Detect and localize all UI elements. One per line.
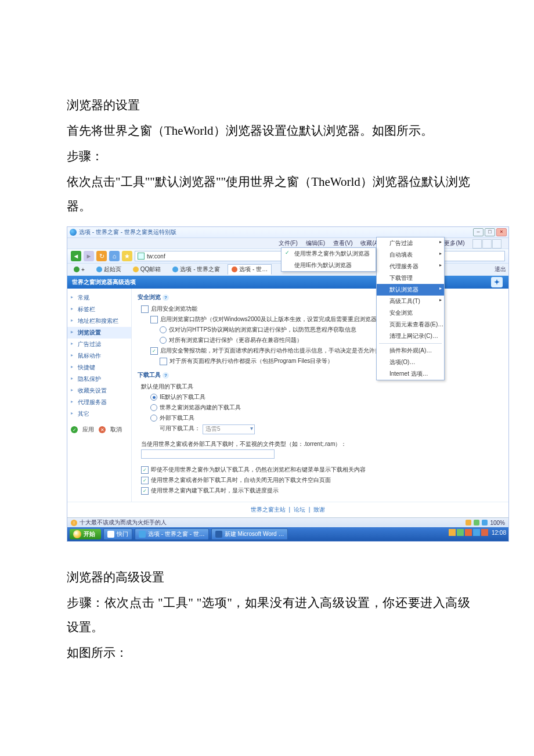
apply-button[interactable]: 应用 <box>82 426 94 434</box>
mini-btn-3[interactable] <box>492 239 501 249</box>
radio-all-windows[interactable] <box>160 337 167 344</box>
menu-item-safe-browse[interactable]: 安全浏览 <box>377 307 444 319</box>
tray-icon[interactable] <box>457 529 464 536</box>
checkbox-dl-c2[interactable] <box>141 477 149 484</box>
url-text: tw:conf <box>147 253 165 260</box>
radio-https-only[interactable] <box>160 326 167 333</box>
menu-item-download-mgr[interactable]: 下载管理 <box>377 272 444 284</box>
home-icon[interactable]: ⌂ <box>109 251 120 261</box>
start-button[interactable]: 开始 <box>70 529 101 539</box>
task-theworld[interactable]: 选项 - 世界之窗 - 世… <box>135 528 209 540</box>
tray-icon[interactable] <box>473 529 480 536</box>
sidebar-item-tabs[interactable]: 标签栏 <box>67 304 131 315</box>
tab-new[interactable]: + <box>70 265 89 274</box>
submenu-use-theworld[interactable]: 使用世界之窗作为默认浏览器 <box>282 248 376 260</box>
radio-external-dl[interactable] <box>150 415 157 422</box>
window-title: 选项 - 世界之窗 - 世界之窗奥运特别版 <box>79 228 176 236</box>
label-https-only: 仅对访问HTTPS协议网站的浏览窗口进行保护，以防范恶意程序窃取信息 <box>169 326 356 334</box>
submenu-use-ie[interactable]: 使用IE作为默认浏览器 <box>282 260 376 271</box>
select-dl-tool[interactable]: 迅雷5 <box>203 424 255 434</box>
tray-icon[interactable] <box>465 529 472 536</box>
tab-start[interactable]: 起始页 <box>92 264 125 275</box>
label-dl-c1: 即使不使用世界之窗作为默认下载工具，仍然在浏览栏和右键菜单显示下载相关内容 <box>151 466 366 474</box>
maximize-button[interactable]: □ <box>485 228 495 236</box>
menu-item-plugins[interactable]: 插件和外观(A)… <box>377 345 444 357</box>
sidebar-item-mouse[interactable]: 鼠标动作 <box>67 350 131 362</box>
checkbox-window-protect[interactable] <box>150 316 158 323</box>
menu-item-default-browser[interactable]: 默认浏览器 <box>377 284 444 296</box>
mini-btn-2[interactable] <box>482 239 492 249</box>
menu-view[interactable]: 查看(V) <box>331 239 355 248</box>
radio-ie-dl[interactable] <box>150 394 157 401</box>
exit-link[interactable]: 退出 <box>495 265 506 273</box>
menu-item-clear-history[interactable]: 清理上网记录(C)… <box>377 330 444 342</box>
close-button[interactable]: × <box>496 228 507 236</box>
label-skip-types: 当使用世界之窗或者外部工具下载时，不监视的文件类型（如：.torrent;.ra… <box>138 435 503 449</box>
menu-more[interactable]: 更多(M) <box>442 239 467 248</box>
sidebar-item-browsing[interactable]: 浏览设置 <box>67 327 131 339</box>
checkbox-dl-c1[interactable] <box>141 466 149 474</box>
menu-item-autofill[interactable]: 自动填表 <box>377 249 444 261</box>
tray-icon[interactable] <box>449 529 456 536</box>
tab-new-label: + <box>81 267 85 273</box>
tab-qqmail[interactable]: QQ邮箱 <box>129 264 165 275</box>
page-icon <box>96 267 102 272</box>
help-icon[interactable]: ? <box>163 294 169 301</box>
tray-icon[interactable] <box>481 529 488 536</box>
sidebar-item-proxy[interactable]: 代理服务器 <box>67 397 131 408</box>
tab-options-2[interactable]: 选项 - 世… <box>228 264 272 275</box>
app-icon <box>215 531 222 538</box>
minimize-button[interactable]: – <box>473 228 484 236</box>
link-home[interactable]: 世界之窗主站 <box>251 506 286 513</box>
back-icon[interactable]: ◄ <box>71 251 81 261</box>
label-avail-dl: 可用下载工具： <box>160 424 200 433</box>
mail-icon <box>133 267 139 272</box>
checkbox-alert[interactable] <box>150 347 158 355</box>
menu-file[interactable]: 文件(F) <box>276 239 300 248</box>
checkbox-alert-all[interactable] <box>160 358 167 365</box>
sidebar-item-hotkeys[interactable]: 快捷键 <box>67 362 131 373</box>
checkbox-enable-safe[interactable] <box>141 305 149 313</box>
task-word[interactable]: 新建 Microsoft Word … <box>211 528 288 540</box>
cancel-button[interactable]: 取消 <box>110 426 122 434</box>
right-toolbar <box>472 238 507 250</box>
input-skip-types[interactable] <box>141 449 275 459</box>
help-icon[interactable]: ? <box>163 372 169 379</box>
sidebar-item-adblock[interactable]: 广告过滤 <box>67 339 131 350</box>
menu-item-options[interactable]: 选项(O)… <box>377 357 444 368</box>
checkbox-dl-c3[interactable] <box>141 487 149 495</box>
forward-icon[interactable]: ► <box>84 251 94 261</box>
menu-item-inspector[interactable]: 页面元素查看器(E)… <box>377 319 444 330</box>
radio-builtin-dl[interactable] <box>150 404 157 411</box>
menu-item-adblock[interactable]: 广告过滤 <box>377 237 444 249</box>
cancel-icon: ✕ <box>99 426 106 433</box>
link-forum[interactable]: 论坛 <box>294 506 305 513</box>
start-label: 开始 <box>84 530 95 538</box>
tab-options-1[interactable]: 选项 - 世界之窗 <box>168 264 224 275</box>
refresh-icon[interactable]: ↻ <box>96 251 107 261</box>
zoom-label[interactable]: 100% <box>490 520 505 526</box>
sidebar-item-other[interactable]: 其它 <box>67 408 131 420</box>
task-quick[interactable]: 快门 <box>103 528 132 540</box>
menu-separator <box>379 343 442 344</box>
sidebar-item-favorites[interactable]: 收藏夹设置 <box>67 385 131 397</box>
screenshot-1: 选项 - 世界之窗 - 世界之窗奥运特别版 – □ × 文件(F) 编辑(E) … <box>67 226 470 542</box>
sidebar-item-privacy[interactable]: 隐私保护 <box>67 373 131 385</box>
notification-text[interactable]: 十大最不该成为而成为火炬手的人 <box>80 519 167 527</box>
sidebar-item-address-search[interactable]: 地址栏和搜索栏 <box>67 315 131 327</box>
label-alert: 启用安全警报功能，对于页面请求的程序执行动作给出提示信息，手动决定是否允许执行 <box>160 347 387 355</box>
page-icon <box>232 267 237 272</box>
menu-item-internet-options[interactable]: Internet 选项… <box>377 368 444 380</box>
menu-item-proxy[interactable]: 代理服务器 <box>377 261 444 272</box>
heading-browser-settings: 浏览器的设置 <box>67 93 470 117</box>
menu-edit[interactable]: 编辑(E) <box>304 239 327 248</box>
sidebar-item-general[interactable]: 常规 <box>67 292 131 304</box>
mini-btn-1[interactable] <box>472 239 482 249</box>
plus-icon <box>74 267 80 272</box>
star-icon[interactable]: ★ <box>122 251 132 261</box>
link-donate[interactable]: 致谢 <box>313 506 325 513</box>
heading-advanced-settings: 浏览器的高级设置 <box>67 565 470 589</box>
system-tray: 12:08 <box>449 529 506 536</box>
tab-opt2-label: 选项 - 世… <box>239 265 268 273</box>
menu-item-adv-tools[interactable]: 高级工具(T) <box>377 296 444 307</box>
